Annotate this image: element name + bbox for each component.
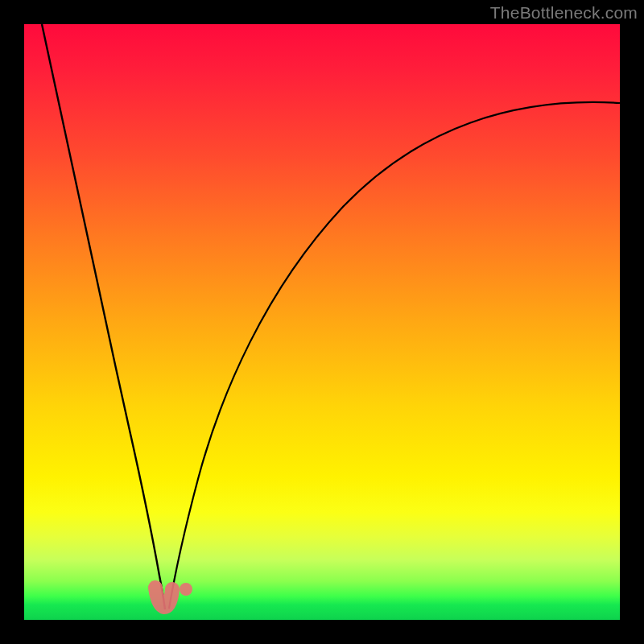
plot-area [24, 24, 620, 620]
valley-highlight-dot [180, 583, 192, 596]
watermark-text: TheBottleneck.com [490, 3, 638, 23]
curve-right-branch [169, 102, 620, 609]
curve-left-branch [42, 24, 165, 609]
valley-highlight-u [155, 588, 172, 607]
chart-frame: TheBottleneck.com [0, 0, 644, 644]
curves-svg [24, 24, 620, 620]
